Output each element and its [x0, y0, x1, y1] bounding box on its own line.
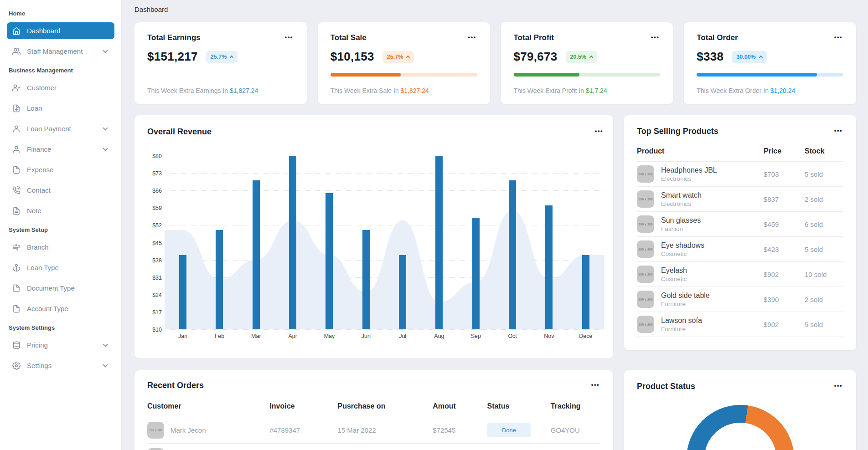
- product-name: Sun glasses: [661, 216, 701, 225]
- product-category: Furniture: [661, 301, 710, 307]
- sidebar-item-dashboard[interactable]: Dashboard: [7, 22, 114, 39]
- sidebar-item-label: Staff Management: [27, 47, 83, 55]
- revenue-bar-chart: $80$73$66$59$52$45$38$31$24$17$10: [165, 156, 604, 329]
- chevron-up-icon: [230, 55, 233, 59]
- ellipsis-menu-icon[interactable]: •••: [833, 127, 843, 134]
- avatar: 100 x 100: [147, 422, 164, 439]
- sidebar-item-customer[interactable]: Customer: [7, 79, 114, 96]
- sidebar-item-contact[interactable]: Contact: [7, 182, 114, 199]
- dashboard-body: Overall Revenue ••• $80$73$66$59$52$45$3…: [134, 115, 856, 450]
- stat-value: $338: [697, 50, 723, 64]
- sidebar-item-label: Branch: [27, 243, 49, 251]
- stat-note-text: This Week Extra Earnings In: [147, 87, 230, 94]
- ellipsis-menu-icon[interactable]: •••: [833, 33, 843, 41]
- product-name-block: Headphones JBLElectronics: [661, 166, 717, 182]
- column-header: Product: [637, 147, 764, 155]
- ellipsis-menu-icon[interactable]: •••: [594, 127, 604, 135]
- file-plus-icon: [12, 104, 21, 112]
- revenue-bar: [362, 230, 370, 329]
- product-name-block: Eye shadowsCosmetic: [661, 241, 704, 257]
- product-stock: 2 sold: [805, 296, 843, 303]
- stat-value: $151,217: [147, 50, 198, 64]
- product-name-block: Smart watchElectronics: [661, 191, 702, 207]
- sidebar-item-staff-management[interactable]: Staff Management: [7, 43, 114, 60]
- stat-value-row: $33830.00%: [697, 50, 843, 64]
- stat-card-header: Total Order•••: [697, 33, 843, 42]
- users-icon: [12, 47, 21, 56]
- table-row: 200 x 200EyelashCosmetic$90210 sold: [637, 262, 843, 287]
- sidebar-item-expense[interactable]: Expense: [7, 161, 114, 178]
- x-axis-label: Sep: [458, 333, 494, 339]
- bar-slot-jul: [384, 156, 421, 329]
- column-header: Amout: [433, 402, 487, 410]
- top-products-header: Top Selling Products •••: [637, 127, 843, 136]
- revenue-bar: [179, 255, 186, 329]
- sidebar-item-label: Account Type: [27, 305, 68, 312]
- table-row: 200 x 200Sun glassesFashion$4596 sold: [637, 212, 843, 237]
- top-products-title: Top Selling Products: [637, 127, 718, 136]
- x-axis-label: Mar: [238, 333, 274, 339]
- product-thumbnail: 200 x 200: [637, 215, 654, 233]
- stat-progress-fill: [514, 73, 580, 77]
- ellipsis-menu-icon[interactable]: •••: [650, 33, 660, 41]
- product-cell: 200 x 200Gold side tableFurniture: [637, 291, 764, 308]
- y-axis-tick: $66: [144, 188, 162, 194]
- customer-cell: [147, 448, 269, 450]
- sidebar-item-document-type[interactable]: Document Type: [7, 280, 114, 297]
- product-stock: 5 sold: [805, 321, 843, 328]
- bar-slot-nov: [531, 156, 567, 329]
- revenue-bar: [582, 255, 589, 329]
- y-axis-tick: $17: [144, 309, 162, 316]
- stat-progress-fill: [697, 73, 817, 77]
- chevron-down-icon: [103, 125, 108, 130]
- product-thumbnail: 200 x 200: [637, 240, 654, 258]
- sidebar-item-label: Settings: [27, 362, 52, 369]
- stat-value: $10,153: [331, 50, 374, 64]
- product-cell: 200 x 200Eye shadowsCosmetic: [637, 240, 764, 258]
- x-axis-label: Dece: [568, 333, 604, 339]
- stat-value-row: $151,21725.7%: [147, 50, 294, 64]
- y-axis-tick: $52: [144, 222, 162, 229]
- sidebar-item-label: Contact: [27, 186, 51, 194]
- sidebar-item-loan[interactable]: Loan: [7, 100, 114, 117]
- revenue-bar: [216, 230, 223, 329]
- sidebar-item-note[interactable]: Note: [7, 202, 114, 219]
- product-price: $902: [764, 321, 805, 328]
- stat-value-row: $79,67320.5%: [514, 50, 661, 64]
- chevron-down-icon: [103, 146, 108, 151]
- order-status-cell: Done: [487, 423, 550, 437]
- database-icon: [12, 341, 21, 349]
- product-name-block: EyelashCosmetic: [661, 266, 687, 282]
- stat-card-header: Total Profit•••: [514, 33, 661, 42]
- stat-note-amount: $1,827.24: [401, 87, 429, 94]
- file-icon: [12, 284, 21, 292]
- ellipsis-menu-icon[interactable]: •••: [467, 33, 477, 41]
- sidebar-item-branch[interactable]: Branch: [7, 239, 114, 256]
- table-row: 200 x 200Smart watchElectronics$8372 sol…: [637, 187, 843, 212]
- stat-progress-bar: [697, 73, 843, 77]
- ellipsis-menu-icon[interactable]: •••: [833, 382, 843, 389]
- bar-slot-apr: [274, 156, 311, 329]
- product-category: Cosmetic: [661, 251, 704, 257]
- sidebar-item-pricing[interactable]: Pricing: [7, 337, 114, 353]
- stat-change-badge: 20.5%: [566, 51, 597, 63]
- stat-card-title: Total Order: [697, 33, 738, 42]
- product-price: $902: [764, 271, 805, 278]
- sidebar-item-label: Dashboard: [27, 27, 60, 35]
- x-axis-label: Aug: [421, 333, 457, 339]
- sidebar-item-finance[interactable]: Finance: [7, 141, 114, 158]
- top-products-table: ProductPriceStock200 x 200Headphones JBL…: [637, 147, 843, 337]
- ellipsis-menu-icon[interactable]: •••: [284, 33, 294, 41]
- sidebar-item-label: Loan Payment: [27, 125, 71, 133]
- sidebar-item-loan-payment[interactable]: Loan Payment: [7, 120, 114, 137]
- chevron-down-icon: [103, 362, 108, 367]
- column-header: Invoice: [269, 402, 337, 410]
- sidebar-item-settings[interactable]: Settings: [7, 357, 114, 374]
- ellipsis-menu-icon[interactable]: •••: [590, 381, 600, 389]
- stat-card-header: Total Sale•••: [331, 33, 477, 42]
- sidebar-item-loan-type[interactable]: Loan Type: [7, 259, 114, 276]
- stat-change-badge: 25.7%: [206, 51, 238, 63]
- product-name-block: Gold side tableFurniture: [661, 291, 710, 307]
- stat-note-text: This Week Extra Order In: [697, 87, 770, 94]
- sidebar-item-account-type[interactable]: Account Type: [7, 300, 114, 317]
